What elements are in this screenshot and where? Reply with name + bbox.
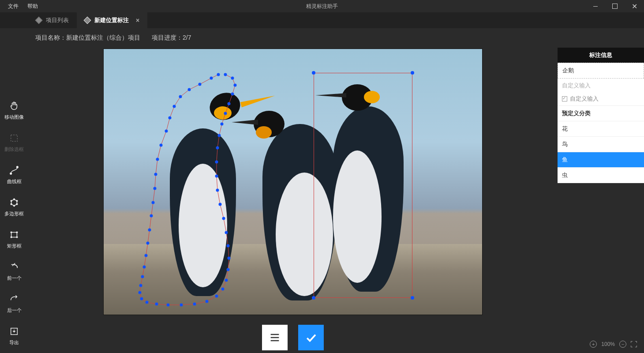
tab-project-list[interactable]: 项目列表	[28, 12, 77, 28]
category-item[interactable]: 花	[558, 121, 644, 137]
polygon-vertex[interactable]	[221, 288, 225, 291]
polygon-vertex[interactable]	[150, 214, 153, 218]
rect-handle[interactable]	[312, 296, 315, 300]
window-maximize-button[interactable]	[605, 0, 625, 12]
category-item[interactable]: 虫	[558, 168, 644, 183]
fullscreen-button[interactable]	[631, 341, 637, 347]
polygon-annotation[interactable]	[104, 49, 483, 315]
polygon-vertex[interactable]	[227, 268, 230, 271]
tool-next[interactable]: 后一个	[7, 294, 22, 314]
svg-point-1	[10, 173, 12, 175]
diamond-icon	[84, 17, 91, 24]
category-item[interactable]: 鸟	[558, 137, 644, 152]
rect-handle[interactable]	[312, 71, 315, 75]
app-title: 精灵标注助手	[306, 3, 338, 10]
polygon-vertex[interactable]	[140, 297, 143, 300]
polygon-vertex[interactable]	[215, 161, 218, 164]
rect-handle[interactable]	[411, 71, 414, 75]
polygon-vertex[interactable]	[221, 123, 224, 126]
polygon-vertex[interactable]	[154, 187, 157, 190]
window-close-button[interactable]: ✕	[625, 0, 644, 12]
polygon-vertex[interactable]	[152, 201, 155, 204]
svg-point-11	[16, 232, 18, 233]
polygon-vertex[interactable]	[141, 275, 144, 278]
polygon-vertex[interactable]	[180, 304, 183, 307]
polygon-vertex[interactable]	[165, 130, 168, 133]
polygon-vertex[interactable]	[216, 189, 219, 192]
category-item[interactable]: 鱼	[558, 152, 644, 168]
polygon-icon	[9, 197, 19, 208]
polygon-vertex[interactable]	[224, 73, 227, 76]
svg-point-8	[14, 205, 15, 207]
default-label[interactable]: 企鹅	[558, 63, 644, 79]
zoom-out-button[interactable]: −	[619, 341, 626, 348]
polygon-vertex[interactable]	[216, 146, 219, 150]
checkbox-icon	[562, 96, 567, 101]
polygon-vertex[interactable]	[217, 73, 220, 76]
polygon-vertex[interactable]	[168, 116, 172, 120]
polygon-vertex[interactable]	[188, 88, 191, 91]
custom-input[interactable]	[558, 79, 644, 92]
polygon-vertex[interactable]	[146, 301, 149, 304]
tool-prev[interactable]: 前一个	[7, 262, 22, 282]
polygon-vertex[interactable]	[215, 175, 218, 178]
polygon-vertex[interactable]	[227, 244, 230, 248]
tool-delete-box[interactable]: 删除选框	[4, 133, 24, 153]
polygon-vertex[interactable]	[139, 284, 142, 287]
polygon-vertex[interactable]	[146, 242, 150, 245]
polygon-vertex[interactable]	[215, 295, 218, 298]
polygon-vertex[interactable]	[225, 231, 228, 234]
svg-point-13	[16, 237, 18, 238]
menu-button[interactable]	[262, 325, 288, 350]
polygon-vertex[interactable]	[224, 112, 227, 115]
polygon-vertex[interactable]	[234, 84, 237, 87]
diamond-icon	[35, 17, 43, 24]
bottom-actions	[28, 322, 558, 353]
custom-input-checkbox[interactable]: 自定义输入	[558, 92, 644, 106]
menu-help[interactable]: 帮助	[27, 3, 38, 10]
polygon-vertex[interactable]	[193, 303, 196, 306]
svg-point-7	[16, 203, 18, 205]
polygon-vertex[interactable]	[143, 266, 146, 269]
tool-curve-box[interactable]: 曲线框	[7, 165, 22, 185]
window-minimize-button[interactable]	[586, 0, 605, 12]
image-holder[interactable]	[103, 49, 483, 315]
polygon-vertex[interactable]	[219, 203, 222, 206]
polygon-vertex[interactable]	[231, 77, 234, 80]
polygon-vertex[interactable]	[222, 217, 225, 220]
tab-new-location-annotation[interactable]: 新建位置标注 ×	[77, 12, 147, 28]
polygon-vertex[interactable]	[198, 83, 202, 86]
canvas-area[interactable]	[28, 48, 558, 322]
polygon-vertex[interactable]	[160, 144, 163, 147]
confirm-button[interactable]	[298, 325, 324, 350]
polygon-vertex[interactable]	[228, 102, 231, 105]
rect-handle[interactable]	[411, 296, 414, 300]
menu-file[interactable]: 文件	[8, 3, 19, 10]
polygon-vertex[interactable]	[154, 173, 157, 176]
polygon-vertex[interactable]	[156, 158, 159, 161]
polygon-vertex[interactable]	[173, 105, 176, 108]
polygon-vertex[interactable]	[206, 300, 209, 303]
polygon-vertex[interactable]	[210, 77, 213, 80]
tool-export[interactable]: 导出	[9, 326, 19, 346]
zoom-in-button[interactable]: +	[590, 341, 597, 348]
tool-rect-box[interactable]: 矩形框	[7, 229, 22, 249]
rectangle-icon	[9, 229, 19, 240]
polygon-vertex[interactable]	[148, 229, 151, 232]
curve-icon	[9, 165, 19, 176]
polygon-vertex[interactable]	[225, 279, 228, 282]
polygon-vertex[interactable]	[228, 257, 231, 260]
svg-rect-0	[11, 135, 18, 142]
tool-move-image[interactable]: 移动图像	[4, 101, 24, 120]
polygon-vertex[interactable]	[155, 303, 158, 306]
polygon-vertex[interactable]	[218, 134, 221, 137]
undo-arrow-icon	[9, 262, 19, 272]
tab-close-icon[interactable]: ×	[136, 17, 139, 24]
polygon-vertex[interactable]	[179, 95, 182, 98]
polygon-vertex[interactable]	[167, 304, 170, 307]
polygon-vertex[interactable]	[231, 93, 234, 96]
polygon-vertex[interactable]	[145, 254, 148, 257]
tab-label: 项目列表	[46, 16, 69, 24]
tool-polygon-box[interactable]: 多边形框	[4, 197, 24, 217]
polygon-vertex[interactable]	[139, 291, 142, 294]
